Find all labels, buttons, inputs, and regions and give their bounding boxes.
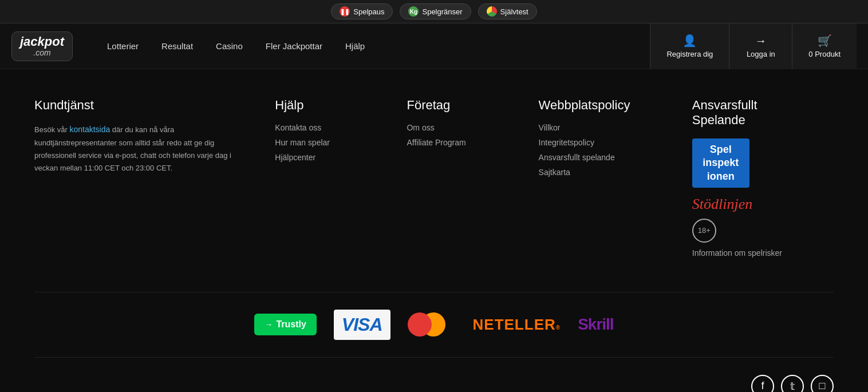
footer-webbplatspolicy: Webbplatspolicy Villkor Integritetspolic… [539, 98, 669, 263]
skrill-label: Skrill [578, 315, 613, 333]
login-icon: → [755, 34, 767, 47]
visa-logo: VISA [334, 310, 390, 340]
foretag-om-oss[interactable]: Om oss [407, 123, 515, 132]
register-label: Registrera dig [666, 50, 713, 58]
spelpaus-label: Spelpaus [353, 7, 384, 16]
footer-grid: Kundtjänst Besök vår kontaktsida där du … [34, 98, 834, 263]
hjalp-hur-man-spelar[interactable]: Hur man spelar [275, 138, 384, 147]
logo-jackpot: jackpot [20, 35, 64, 48]
spelgrenser-button[interactable]: Kg Spelgränser [400, 3, 471, 19]
trustly-arrow-icon: → [265, 320, 273, 329]
foretag-affiliate[interactable]: Affiliate Program [407, 138, 515, 147]
foretag-title: Företag [407, 98, 515, 113]
webbplats-sajtkarta[interactable]: Sajtkarta [539, 168, 669, 177]
cart-button[interactable]: 🛒 0 Produkt [792, 23, 857, 69]
kundtjanst-text: Besök vår kontaktsida där du kan nå våra… [34, 123, 252, 175]
spelpaus-button[interactable]: ❚❚ Spelpaus [331, 3, 393, 19]
webbplatspolicy-title: Webbplatspolicy [539, 98, 669, 113]
twitter-link[interactable]: 𝕥 [781, 375, 804, 392]
nav-fler-jackpottar[interactable]: Fler Jackpottar [266, 41, 322, 51]
webbplats-ansvarsfullt[interactable]: Ansvarsfullt spelande [539, 153, 669, 162]
nav-lotterier[interactable]: Lotterier [107, 41, 139, 51]
footer: Kundtjänst Besök vår kontaktsida där du … [0, 69, 868, 392]
mastercard-logo [408, 312, 456, 336]
age-18-badge: 18+ [692, 219, 716, 243]
visa-label: VISA [342, 314, 382, 335]
hjalp-hjalpcenter[interactable]: Hjälpcenter [275, 153, 384, 162]
sjalvtest-button[interactable]: Självtest [478, 3, 537, 19]
payment-methods: → Trustly VISA NETELLER® Skrill [34, 292, 834, 358]
webbplats-integritetspolicy[interactable]: Integritetspolicy [539, 138, 669, 147]
footer-foretag: Företag Om oss Affiliate Program [407, 98, 515, 263]
login-button[interactable]: → Logga in [729, 23, 792, 69]
facebook-link[interactable]: f [751, 375, 774, 392]
hjalp-kontakta[interactable]: Kontakta oss [275, 123, 384, 132]
neteller-logo: NETELLER® [473, 316, 561, 334]
ansvarsfullt-title: AnsvarsfulltSpelande [692, 98, 834, 128]
top-bar: ❚❚ Spelpaus Kg Spelgränser Självtest [0, 0, 868, 23]
site-logo[interactable]: jackpot .com [11, 31, 73, 61]
sjalvtest-label: Självtest [500, 7, 528, 16]
register-button[interactable]: 👤 Registrera dig [650, 23, 729, 69]
instagram-link[interactable]: □ [811, 375, 834, 392]
footer-hjalp: Hjälp Kontakta oss Hur man spelar Hjälpc… [275, 98, 384, 263]
webbplats-villkor[interactable]: Villkor [539, 123, 669, 132]
trustly-label: Trustly [276, 319, 306, 330]
twitter-icon: 𝕥 [790, 380, 795, 392]
sjalvtest-icon [487, 6, 497, 17]
kundtjanst-title: Kundtjänst [34, 98, 252, 113]
nav-resultat[interactable]: Resultat [161, 41, 193, 51]
kontaktsida-link[interactable]: kontaktsida [69, 125, 110, 134]
spelpaus-icon: ❚❚ [340, 6, 350, 17]
social-links: f 𝕥 □ [34, 369, 834, 392]
user-icon: 👤 [682, 34, 697, 47]
cart-label: 0 Produkt [808, 50, 841, 58]
spelrisker-link[interactable]: Information om spelrisker [692, 248, 834, 258]
nav-casino[interactable]: Casino [216, 41, 243, 51]
spelgrenser-icon: Kg [408, 6, 419, 17]
spelinspektionen-badge[interactable]: Spelinspektionen [692, 138, 749, 188]
mc-red-circle [408, 312, 432, 336]
skrill-logo: Skrill [578, 315, 613, 334]
nav-hjalp[interactable]: Hjälp [345, 41, 365, 51]
instagram-icon: □ [819, 380, 826, 392]
logo-com: .com [33, 48, 50, 57]
footer-kundtjanst: Kundtjänst Besök vår kontaktsida där du … [34, 98, 252, 263]
cart-icon: 🛒 [818, 34, 832, 47]
facebook-icon: f [761, 380, 764, 392]
spelgrenser-label: Spelgränser [422, 7, 462, 16]
main-nav: Lotterier Resultat Casino Fler Jackpotta… [107, 41, 650, 51]
trustly-logo: → Trustly [254, 314, 316, 335]
footer-ansvarsfullt: AnsvarsfulltSpelande Spelinspektionen St… [692, 98, 834, 263]
login-label: Logga in [747, 50, 775, 58]
stodlinjen-logo[interactable]: Stödlinjen [692, 196, 834, 213]
hjalp-title: Hjälp [275, 98, 384, 113]
site-header: jackpot .com Lotterier Resultat Casino F… [0, 23, 868, 69]
header-actions: 👤 Registrera dig → Logga in 🛒 0 Produkt [650, 23, 857, 69]
neteller-label: NETELLER® [473, 316, 561, 333]
